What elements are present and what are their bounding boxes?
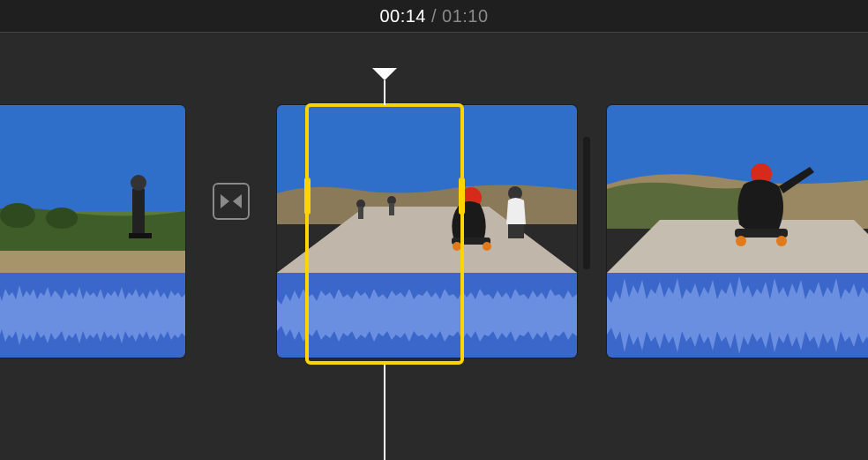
timecode-bar: 00:14 / 01:10 — [0, 0, 868, 32]
clip-edge-handle[interactable] — [583, 137, 590, 269]
selection-left-handle[interactable] — [304, 177, 311, 215]
svg-point-23 — [776, 236, 787, 246]
waveform-icon — [0, 273, 185, 315]
clip-thumbnail — [607, 105, 868, 273]
timecode-current: 00:14 — [379, 6, 426, 26]
svg-point-4 — [46, 207, 78, 229]
svg-point-22 — [736, 236, 746, 246]
svg-rect-18 — [508, 224, 524, 238]
svg-point-3 — [0, 203, 35, 228]
svg-rect-0 — [0, 105, 185, 211]
playhead-marker-icon[interactable] — [372, 68, 397, 80]
clip-audio-track[interactable] — [607, 273, 868, 358]
svg-rect-10 — [358, 207, 363, 219]
waveform-icon — [0, 315, 185, 358]
svg-rect-12 — [389, 203, 394, 215]
clip-audio-track[interactable] — [277, 273, 577, 358]
svg-point-6 — [131, 175, 146, 191]
timecode-separator: / — [431, 6, 437, 26]
svg-point-15 — [453, 242, 461, 251]
waveform-icon — [277, 273, 577, 315]
timecode-total: 01:10 — [442, 6, 489, 26]
svg-point-16 — [483, 242, 491, 251]
timeline-clip[interactable] — [277, 105, 577, 358]
playhead-line[interactable] — [384, 365, 385, 460]
clip-audio-track[interactable] — [0, 273, 185, 358]
waveform-icon — [607, 315, 868, 358]
timeline-clip[interactable] — [607, 105, 868, 358]
svg-rect-2 — [0, 251, 185, 273]
waveform-icon — [277, 315, 577, 358]
clip-thumbnail — [0, 105, 185, 273]
clip-thumbnail — [277, 105, 577, 273]
timeline-clip[interactable] — [0, 105, 185, 358]
selection-right-handle[interactable] — [459, 177, 465, 215]
transition-cross-dissolve-icon[interactable] — [213, 183, 250, 220]
svg-rect-5 — [132, 189, 145, 233]
svg-rect-7 — [129, 233, 152, 238]
playhead-line[interactable] — [384, 80, 385, 105]
timeline[interactable] — [0, 33, 868, 460]
waveform-icon — [607, 273, 868, 315]
